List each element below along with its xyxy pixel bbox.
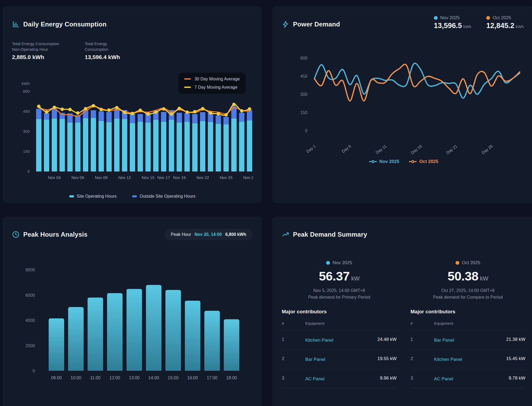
bottom-legend-item[interactable]: Site Operating Hours — [69, 194, 117, 199]
daily-bar-operating — [36, 119, 41, 171]
power-stat-period: Nov 2025 — [440, 15, 460, 21]
peak-hour-bar — [204, 311, 220, 370]
svg-text:Nov 12: Nov 12 — [118, 175, 131, 180]
legend-label: Outside Site Operating Hours — [140, 194, 195, 199]
peak-card-header: Peak Hours Analysis Peak Hour Nov 20, 14… — [12, 225, 253, 244]
daily-bar-operating — [200, 121, 205, 171]
contributor-value: 9.96 kW — [380, 376, 396, 381]
clock-icon — [12, 231, 20, 238]
power-series-line — [314, 64, 520, 101]
power-legend-item[interactable]: Oct 2025 — [409, 159, 438, 164]
contributor-rank: 1 — [282, 337, 305, 342]
peak-hour-bar — [126, 289, 142, 371]
contributor-row: 1Kitchen Panel24.48 kW — [282, 331, 397, 350]
daily-chart: 30 Day Moving Average7 Day Moving Averag… — [12, 74, 253, 199]
power-stat-oct: Oct 2025 12,845.2kWh — [486, 15, 524, 30]
svg-text:450: 450 — [23, 109, 30, 114]
legend-label: Site Operating Hours — [77, 194, 117, 199]
daily-bar-operating — [145, 123, 151, 171]
daily-bar-operating — [75, 122, 80, 171]
summary-period: Nov 2025 — [282, 260, 397, 266]
daily-bar-operating — [60, 119, 65, 171]
daily-bar-operating — [52, 119, 57, 171]
equipment-link[interactable]: Bar Panel — [434, 337, 464, 344]
legend-dash-icon — [184, 87, 191, 88]
power-legend-item[interactable]: Nov 2025 — [369, 159, 399, 164]
ma-point — [92, 104, 95, 107]
power-chart-svg: 0150300450600Day 1Day 6Day 11Day 16Day 2… — [282, 50, 525, 158]
daily-bar-outside — [161, 112, 166, 122]
svg-text:Nov 09: Nov 09 — [95, 175, 108, 180]
stat-value: 13,596.4 kWh — [85, 54, 121, 60]
daily-bar-operating — [169, 120, 174, 171]
trending-up-icon — [282, 231, 289, 238]
legend-capsule-icon — [132, 195, 137, 197]
ma-point — [162, 107, 165, 111]
daily-bar-outside — [223, 117, 229, 124]
svg-text:Day 26: Day 26 — [481, 144, 494, 155]
svg-text:kWh: kWh — [22, 81, 30, 86]
daily-bar-operating — [67, 122, 73, 171]
equipment-link[interactable]: Kitchen Panel — [305, 337, 335, 344]
ma-point — [170, 112, 173, 116]
contributor-rank: 1 — [411, 337, 434, 342]
overlay-legend-item[interactable]: 7 Day Moving Average — [184, 85, 240, 90]
ma-point — [99, 108, 103, 111]
daily-bar-operating — [122, 119, 127, 171]
equipment-link[interactable]: Bar Panel — [305, 356, 335, 363]
power-series-line — [314, 63, 520, 98]
overlay-legend-item[interactable]: 30 Day Moving Average — [184, 77, 240, 81]
summary-column-primary: Nov 202556.37kWNov 5, 2025, 14:00 GMT+8P… — [282, 260, 397, 389]
ma-point — [248, 107, 251, 111]
peak-demand-datetime: Nov 5, 2025, 14:00 GMT+8 — [282, 288, 397, 293]
svg-text:17:00: 17:00 — [207, 376, 217, 380]
power-stat-value: 12,845.2kWh — [486, 22, 524, 30]
ma-point — [185, 110, 189, 114]
daily-bar-operating — [161, 122, 166, 171]
svg-text:150: 150 — [300, 110, 307, 115]
col-header-equipment: Equipment — [434, 321, 526, 326]
power-legend: Nov 2025Oct 2025 — [282, 159, 525, 164]
svg-text:450: 450 — [300, 74, 307, 79]
peak-hour-bar — [165, 290, 181, 370]
ma-point — [209, 111, 212, 115]
summary-title: Peak Demand Summary — [293, 231, 367, 238]
contributor-value: 15.45 kW — [506, 356, 525, 361]
peak-hour-label: Peak Hour — [171, 232, 191, 237]
bar-chart-icon — [12, 21, 20, 28]
power-stat-period: Oct 2025 — [493, 15, 511, 21]
peak-hour-time: Nov 20, 14:00 — [194, 232, 222, 237]
bottom-legend-item[interactable]: Outside Site Operating Hours — [132, 194, 195, 199]
daily-title: Daily Energy Consumption — [23, 21, 107, 28]
ma-point — [178, 107, 181, 110]
daily-bar-operating — [114, 119, 119, 171]
legend-capsule-icon — [69, 195, 74, 197]
peak-demand-unit: kW — [351, 275, 360, 282]
daily-bar-outside — [192, 114, 198, 123]
equipment-link[interactable]: AC Panel — [434, 376, 464, 382]
equipment-link[interactable]: Kitchen Panel — [434, 356, 464, 363]
svg-text:Nov 03: Nov 03 — [48, 175, 61, 180]
contributor-row: 2Bar Panel19.55 kW — [282, 350, 397, 369]
daily-bar-operating — [247, 120, 252, 171]
svg-text:0: 0 — [33, 369, 35, 373]
card-power-demand: Power Demand Nov 2025 13,596.5kWh Oct 20… — [272, 6, 532, 203]
svg-text:15:00: 15:00 — [168, 376, 179, 380]
equipment-link[interactable]: AC Panel — [305, 376, 335, 382]
contributor-rank: 3 — [411, 376, 434, 381]
peak-demand-value: 50.38kW — [411, 269, 526, 283]
period-label: Nov 2025 — [333, 260, 352, 266]
svg-text:12:00: 12:00 — [109, 376, 120, 380]
daily-bar-operating — [99, 121, 104, 171]
power-stat-value: 13,596.5kWh — [434, 22, 471, 30]
line-marker-icon — [409, 160, 417, 163]
contributor-row: 3AC Panel9.96 kW — [282, 369, 397, 389]
stat-label: Total Energy Consumption — [85, 41, 121, 52]
contributor-row: 2Kitchen Panel15.45 kW — [411, 350, 526, 369]
daily-bar-outside — [216, 115, 221, 124]
legend-dash-icon — [184, 78, 191, 80]
major-contributors-title: Major contributors — [411, 309, 526, 315]
daily-bar-outside — [36, 109, 41, 119]
daily-bar-outside — [177, 113, 182, 123]
line-marker-icon — [369, 160, 377, 163]
